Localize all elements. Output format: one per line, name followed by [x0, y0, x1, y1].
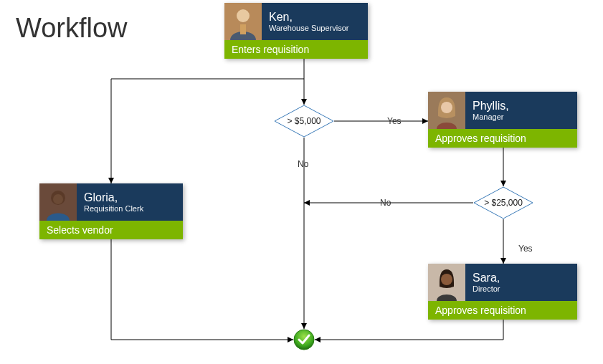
svg-marker-8	[288, 337, 293, 343]
card-phyllis: Phyllis, Manager Approves requisition	[428, 92, 577, 148]
svg-marker-0	[301, 99, 307, 105]
avatar-phyllis	[428, 92, 465, 129]
svg-point-14	[53, 194, 63, 204]
svg-marker-1	[108, 178, 114, 183]
branch-d1-yes: Yes	[387, 116, 402, 126]
branch-d1-no: No	[298, 159, 308, 169]
svg-point-16	[441, 102, 452, 113]
svg-point-10	[237, 9, 250, 22]
avatar-ken	[224, 3, 262, 40]
role-ken: Warehouse Supervisor	[269, 24, 348, 32]
name-gloria: Gloria,	[84, 191, 143, 204]
card-gloria: Gloria, Requisition Clerk Selects vendor	[39, 183, 183, 239]
decision-25000-label: > $25,000	[473, 186, 533, 219]
avatar-sara	[428, 264, 465, 301]
svg-marker-6	[500, 258, 506, 264]
decision-25000: > $25,000	[473, 186, 533, 219]
action-ken: Enters requisition	[224, 40, 368, 59]
svg-point-18	[441, 274, 452, 285]
svg-marker-4	[500, 181, 506, 186]
role-sara: Director	[473, 284, 500, 293]
branch-d2-yes: Yes	[518, 244, 533, 254]
action-phyllis: Approves requisition	[428, 129, 577, 148]
role-gloria: Requisition Clerk	[84, 204, 143, 213]
action-gloria: Selects vendor	[39, 221, 183, 239]
page-title: Workflow	[16, 13, 128, 44]
svg-marker-2	[422, 118, 428, 124]
role-phyllis: Manager	[473, 112, 509, 121]
avatar-gloria	[39, 183, 77, 221]
branch-d2-no: No	[380, 198, 391, 208]
svg-point-21	[294, 330, 314, 350]
svg-marker-3	[301, 323, 307, 329]
card-ken: Ken, Warehouse Supervisor Enters requisi…	[224, 3, 368, 59]
svg-rect-11	[240, 24, 246, 34]
svg-marker-5	[304, 200, 310, 206]
name-sara: Sara,	[473, 272, 500, 284]
action-sara: Approves requisition	[428, 301, 577, 320]
decision-5000: > $5,000	[274, 105, 334, 138]
svg-marker-7	[315, 337, 321, 343]
end-check-icon	[293, 329, 315, 350]
decision-5000-label: > $5,000	[274, 105, 334, 138]
name-ken: Ken,	[269, 11, 348, 24]
name-phyllis: Phyllis,	[473, 100, 509, 112]
card-sara: Sara, Director Approves requisition	[428, 264, 577, 320]
